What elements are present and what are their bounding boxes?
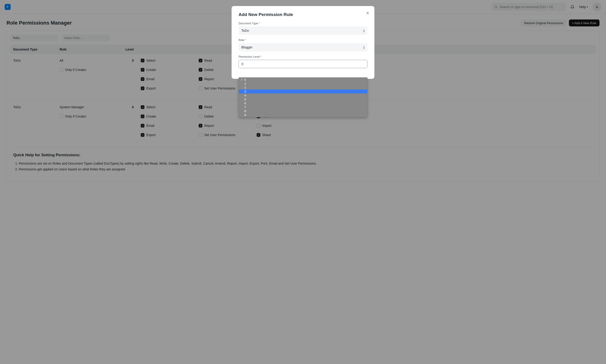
add-rule-modal: Add New Permission Rule ✕ Document Type … [232, 6, 374, 79]
doctype-field[interactable]: ToDo ▴▾ [239, 26, 367, 35]
modal-title: Add New Permission Rule [239, 12, 367, 17]
permission-level-value: 0 [242, 62, 244, 66]
updown-icon: ▴▾ [363, 29, 365, 32]
permission-level-dropdown[interactable]: 0123456789 [239, 78, 367, 117]
dropdown-option[interactable]: 9 [239, 113, 367, 117]
role-field[interactable]: Blogger ▴▾ [239, 43, 367, 52]
dropdown-option[interactable]: 4 [239, 93, 367, 97]
dropdown-option[interactable]: 6 [239, 101, 367, 105]
doctype-field-label: Document Type * [239, 22, 367, 25]
permission-level-field[interactable]: 0 [239, 60, 367, 68]
dropdown-option[interactable]: 5 [239, 97, 367, 101]
role-field-value: Blogger [241, 45, 252, 49]
dropdown-option[interactable]: 2 [239, 86, 367, 90]
dropdown-option[interactable]: 8 [239, 109, 367, 113]
doctype-field-value: ToDo [241, 29, 249, 32]
dropdown-option[interactable]: 1 [239, 82, 367, 86]
close-icon[interactable]: ✕ [366, 11, 369, 16]
dropdown-option[interactable]: 0 [239, 78, 367, 82]
permission-level-field-label: Permission Level * [239, 55, 367, 58]
dropdown-option[interactable]: 7 [239, 105, 367, 109]
updown-icon: ▴▾ [363, 45, 365, 49]
role-field-label: Role * [239, 39, 367, 42]
modal-overlay: Add New Permission Rule ✕ Document Type … [0, 0, 606, 187]
dropdown-option[interactable]: 3 [239, 90, 367, 93]
